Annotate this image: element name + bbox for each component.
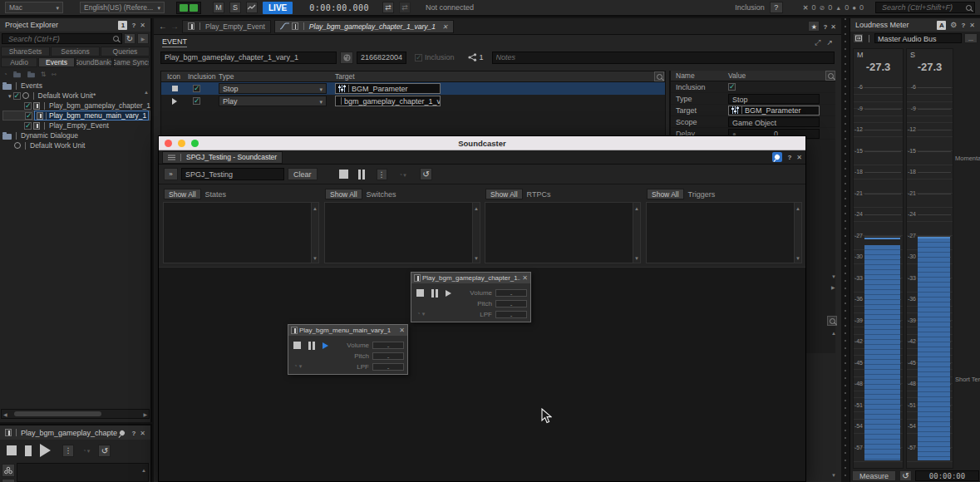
tab-queries[interactable]: Queries (101, 47, 150, 57)
color-picker-button[interactable] (340, 52, 353, 64)
column-header-type[interactable]: Type (219, 72, 335, 81)
reset-button[interactable] (98, 445, 111, 457)
connect-secondary-icon[interactable] (399, 2, 411, 13)
gear-icon[interactable] (950, 21, 957, 29)
module-titlebar[interactable]: Play_bgm_gameplay_chapter_1... (411, 273, 530, 283)
scroll-left-arrow[interactable] (3, 410, 7, 418)
help-icon[interactable] (823, 22, 827, 31)
tree-item-default-work-unit[interactable]: Default Work Unit* (2, 91, 150, 101)
inclusion-checkbox[interactable] (24, 122, 32, 130)
table-search-icon[interactable] (654, 71, 664, 81)
action-row-stop[interactable]: Stop BGM_Parameter (161, 82, 665, 95)
pause-all-button[interactable] (358, 170, 365, 180)
column-header-inclusion[interactable]: Inclusion (188, 72, 219, 81)
tab-audio[interactable]: Audio (1, 57, 37, 67)
loop-control[interactable] (399, 170, 406, 179)
sort-icon[interactable]: ⇅ (41, 71, 47, 78)
excluded-count-icon[interactable] (819, 3, 825, 12)
loop-control[interactable] (416, 309, 425, 317)
inclusion-checkbox[interactable] (25, 112, 32, 120)
tab-sessions[interactable]: Sessions (51, 47, 100, 57)
tab-soundbanks[interactable]: SoundBanks (76, 57, 112, 67)
pause-button[interactable] (308, 342, 315, 350)
scrollbar[interactable] (633, 203, 640, 263)
scroll-right-arrow[interactable] (143, 410, 147, 418)
triggers-list[interactable] (646, 202, 802, 263)
maximize-icon[interactable] (815, 38, 820, 47)
solo-button[interactable]: S (229, 2, 241, 13)
reset-measure-button[interactable] (899, 470, 912, 481)
list-options-button[interactable] (2, 479, 15, 482)
game-object-button[interactable] (2, 464, 15, 477)
action-inclusion-checkbox[interactable] (193, 85, 200, 92)
tree-item-play-empty-event[interactable]: Play_Empty_Event (2, 120, 150, 130)
loop-control[interactable] (82, 446, 90, 455)
module-play-bgm-menu[interactable]: Play_bgm_menu_main_vary_1 Volume - Pitch… (288, 324, 408, 375)
connect-remote-icon[interactable] (382, 2, 394, 13)
properties-search-icon[interactable] (825, 71, 835, 81)
explorer-horizontal-scrollbar[interactable] (1, 409, 150, 419)
pitch-field[interactable]: - (372, 352, 404, 360)
tree-item-dd-default-work-unit[interactable]: Default Work Unit (2, 140, 150, 150)
volume-field[interactable]: - (495, 289, 527, 297)
stop-button[interactable] (293, 342, 301, 349)
stop-button[interactable] (416, 289, 424, 297)
notes-input[interactable] (492, 52, 835, 64)
scrollbar[interactable] (472, 203, 480, 263)
explorer-search-input[interactable] (5, 35, 105, 43)
show-all-button[interactable]: Show All (647, 189, 684, 199)
action-type-dropdown[interactable]: Stop (219, 83, 327, 94)
recent-icon[interactable] (3, 70, 7, 78)
more-options-button[interactable] (377, 169, 387, 180)
column-header-target[interactable]: Target (335, 72, 355, 81)
view-tab-play-empty-event[interactable]: Play_Empty_Event (182, 20, 271, 33)
tree-item-play-bgm-gameplay[interactable]: Play_bgm_gameplay_chapter_1 (2, 101, 150, 111)
help-icon[interactable] (961, 21, 965, 29)
help-icon[interactable] (787, 153, 791, 161)
scroll-down-arrow[interactable] (831, 470, 836, 479)
error-count-icon[interactable] (803, 3, 809, 12)
session-selector-button[interactable]: » (164, 168, 178, 180)
lpf-field[interactable]: - (495, 311, 527, 318)
search-icon[interactable] (966, 5, 972, 11)
inclusion-checkbox[interactable] (13, 92, 21, 100)
more-options-button[interactable] (62, 445, 74, 457)
project-explorer-titlebar[interactable]: Project Explorer 1 (0, 18, 150, 32)
show-all-button[interactable]: Show All (485, 189, 523, 199)
nav-forward-icon[interactable] (170, 22, 179, 31)
view-tab-play-bgm-gameplay[interactable]: Play_bgm_gameplay_chapter_1_vary_1 (274, 20, 454, 33)
property-scope-value[interactable]: Game Object (728, 117, 820, 127)
property-type-value[interactable]: Stop (728, 94, 820, 104)
references-icon[interactable] (468, 53, 477, 61)
column-header-icon[interactable]: Icon (161, 72, 188, 81)
macos-titlebar[interactable]: Soundcaster (159, 136, 805, 150)
column-header-name[interactable]: Name (671, 71, 728, 80)
inclusion-checkbox[interactable] (24, 102, 32, 110)
pitch-field[interactable]: - (495, 300, 527, 307)
switches-list[interactable] (324, 202, 480, 263)
scroll-up-arrow[interactable] (144, 87, 149, 96)
session-name-input[interactable] (181, 168, 284, 180)
scrollbar-thumb[interactable] (14, 411, 101, 416)
close-icon[interactable] (140, 429, 145, 437)
tab-events[interactable]: Events (38, 57, 75, 67)
volume-field[interactable]: - (372, 342, 404, 349)
scroll-down-arrow[interactable] (831, 272, 836, 280)
module-play-bgm-gameplay[interactable]: Play_bgm_gameplay_chapter_1... Volume - … (411, 272, 531, 322)
filter-icon[interactable]: ⇿ (52, 71, 57, 78)
warning-count-icon[interactable] (835, 3, 841, 12)
help-icon[interactable] (131, 21, 135, 29)
module-titlebar[interactable]: Play_bgm_menu_main_vary_1 (288, 325, 407, 336)
new-folder-icon[interactable] (27, 72, 35, 77)
show-all-button[interactable]: Show All (164, 189, 201, 199)
lower-pane-search-icon[interactable] (827, 316, 837, 326)
scrollbar[interactable] (311, 203, 318, 263)
show-all-button[interactable]: Show All (325, 189, 362, 199)
pause-button[interactable] (25, 445, 32, 456)
close-icon[interactable] (969, 21, 975, 29)
pin-icon[interactable] (772, 152, 782, 162)
bus-browse-button[interactable]: ... (964, 33, 978, 43)
nav-back-icon[interactable] (159, 22, 167, 31)
scroll-up-arrow[interactable] (831, 328, 836, 337)
action-target-ref[interactable]: bgm_gameplay_chapter_1_var... (335, 96, 441, 106)
